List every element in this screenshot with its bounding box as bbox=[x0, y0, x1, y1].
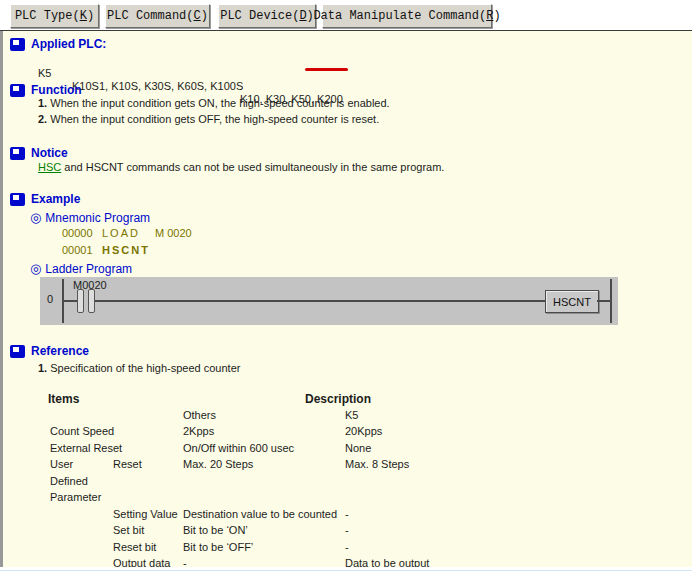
table-cell: Reset bbox=[113, 458, 142, 470]
table-cell: 2Kpps bbox=[183, 425, 214, 437]
section-title: Example bbox=[31, 192, 80, 206]
button-label: PLC Device( bbox=[220, 9, 299, 23]
function-item: 2. When the input condition gets OFF, th… bbox=[38, 113, 379, 126]
double-circle-icon: Mnemonic Program bbox=[30, 210, 150, 225]
plc-command-button[interactable]: PLC Command(C) bbox=[105, 4, 210, 28]
help-page: PLC Type(K) PLC Command(C) PLC Device(D)… bbox=[0, 0, 692, 571]
table-cell: Count Speed bbox=[50, 425, 114, 437]
table-cell: Bit to be ‘ON’ bbox=[183, 524, 248, 536]
section-title: Applied PLC: bbox=[31, 37, 106, 51]
table-cell: User bbox=[50, 458, 73, 470]
table-cell: 20Kpps bbox=[345, 425, 382, 437]
section-header-applied-plc: Applied PLC: bbox=[10, 37, 106, 51]
table-row: External Reset On/Off within 600 usec No… bbox=[0, 442, 692, 456]
hotkey: K bbox=[80, 9, 87, 23]
section-header-function: Function bbox=[10, 83, 82, 97]
code-opcode: LOAD bbox=[102, 227, 140, 239]
hsc-link[interactable]: HSC bbox=[38, 161, 61, 173]
table-row: Setting Value Destination value to be co… bbox=[0, 508, 692, 522]
contact-symbol bbox=[77, 289, 84, 313]
button-label: ) bbox=[87, 9, 94, 23]
table-cell: Defined bbox=[50, 475, 88, 487]
notice-body: and HSCNT commands can not be used simul… bbox=[61, 161, 444, 173]
mnemonic-program-label: Mnemonic Program bbox=[45, 211, 150, 225]
table-cell: None bbox=[345, 442, 371, 454]
data-manipulate-command-button[interactable]: Data Manipulate Command(R) bbox=[322, 4, 492, 28]
section-title: Reference bbox=[31, 344, 89, 358]
table-row: Others K5 bbox=[0, 409, 692, 423]
section-header-reference: Reference bbox=[10, 344, 89, 358]
table-cell: - bbox=[345, 541, 349, 553]
code-address: 00001 bbox=[62, 244, 93, 256]
table-cell: - bbox=[345, 524, 349, 536]
item-number: 2. bbox=[38, 113, 47, 125]
plc-models-s-series: K10S1, K10S, K30S, K60S, K100S bbox=[72, 80, 243, 93]
blue-square-icon bbox=[10, 147, 25, 160]
section-title: Notice bbox=[31, 146, 68, 160]
table-cell: Max. 20 Steps bbox=[183, 458, 253, 470]
table-row: Count Speed 2Kpps 20Kpps bbox=[0, 425, 692, 439]
blue-square-icon bbox=[10, 38, 25, 51]
reference-item: 1. Specification of the high-speed count… bbox=[38, 362, 240, 375]
table-cell: Setting Value bbox=[113, 508, 178, 520]
item-text: Specification of the high-speed counter bbox=[50, 362, 240, 374]
notice-text: HSC and HSCNT commands can not be used s… bbox=[38, 161, 444, 174]
code-address: 00000 bbox=[62, 227, 93, 239]
blue-square-icon bbox=[10, 84, 25, 97]
button-label: Data Manipulate Command( bbox=[313, 9, 486, 23]
table-cell: Set bit bbox=[113, 524, 144, 536]
ladder-program-label: Ladder Program bbox=[45, 262, 132, 276]
wire-segment bbox=[64, 300, 77, 302]
table-cell: Bit to be ‘OFF’ bbox=[183, 541, 253, 553]
section-title: Function bbox=[31, 83, 82, 97]
table-row: Set bit Bit to be ‘ON’ - bbox=[0, 524, 692, 538]
toolbar: PLC Type(K) PLC Command(C) PLC Device(D)… bbox=[0, 0, 692, 31]
wire-segment bbox=[597, 300, 610, 302]
item-number: 1. bbox=[38, 362, 47, 374]
table-cell: K5 bbox=[345, 409, 358, 421]
rung-number: 0 bbox=[47, 293, 53, 305]
table-row: Reset bit Bit to be ‘OFF’ - bbox=[0, 541, 692, 555]
items-header: Items bbox=[48, 392, 79, 406]
contact-symbol bbox=[88, 289, 95, 313]
plc-model-k5: K5 bbox=[38, 67, 51, 80]
button-label: PLC Type( bbox=[15, 9, 80, 23]
right-power-rail bbox=[610, 279, 612, 323]
table-cell: On/Off within 600 usec bbox=[183, 442, 294, 454]
hotkey: C bbox=[194, 9, 201, 23]
item-text: When the input condition gets OFF, the h… bbox=[50, 113, 379, 125]
output-instruction-block: HSCNT bbox=[545, 290, 599, 313]
blue-square-icon bbox=[10, 193, 25, 206]
table-row: User Reset Max. 20 Steps Max. 8 Steps bbox=[0, 458, 692, 472]
table-cell: Max. 8 Steps bbox=[345, 458, 409, 470]
code-operand: M 0020 bbox=[155, 227, 192, 239]
blue-square-icon bbox=[10, 345, 25, 358]
table-cell: Parameter bbox=[50, 491, 101, 503]
table-cell: Destination value to be counted bbox=[183, 508, 337, 520]
table-cell: Others bbox=[183, 409, 216, 421]
plc-type-button[interactable]: PLC Type(K) bbox=[10, 4, 99, 28]
table-cell: External Reset bbox=[50, 442, 122, 454]
function-item: 1. When the input condition gets ON, the… bbox=[38, 97, 390, 110]
button-label: ) bbox=[493, 9, 500, 23]
hotkey: R bbox=[486, 9, 493, 23]
applied-plc-list: K5 K10S1, K10S, K30S, K60S, K100S K10, K… bbox=[0, 54, 692, 67]
mnemonic-code-line: 00001 HSCNT bbox=[0, 244, 692, 257]
table-cell: Reset bit bbox=[113, 541, 156, 553]
mnemonic-code-line: 00000 LOAD M 0020 bbox=[0, 227, 692, 240]
table-row: Parameter bbox=[0, 491, 692, 505]
item-text: When the input condition gets ON, the hi… bbox=[50, 97, 389, 109]
item-number: 1. bbox=[38, 97, 47, 109]
plc-device-button[interactable]: PLC Device(D) bbox=[218, 4, 316, 28]
ladder-diagram: 0 M0020 HSCNT bbox=[40, 277, 618, 325]
table-cell: - bbox=[345, 508, 349, 520]
section-header-example: Example bbox=[10, 192, 80, 206]
wire-segment bbox=[95, 300, 545, 302]
bottom-border bbox=[0, 567, 692, 571]
section-header-notice: Notice bbox=[10, 146, 68, 160]
table-row: Defined bbox=[0, 475, 692, 489]
code-opcode: HSCNT bbox=[102, 244, 150, 256]
button-label: ) bbox=[201, 9, 208, 23]
button-label: PLC Command( bbox=[107, 9, 193, 23]
double-circle-icon: Ladder Program bbox=[30, 261, 132, 276]
